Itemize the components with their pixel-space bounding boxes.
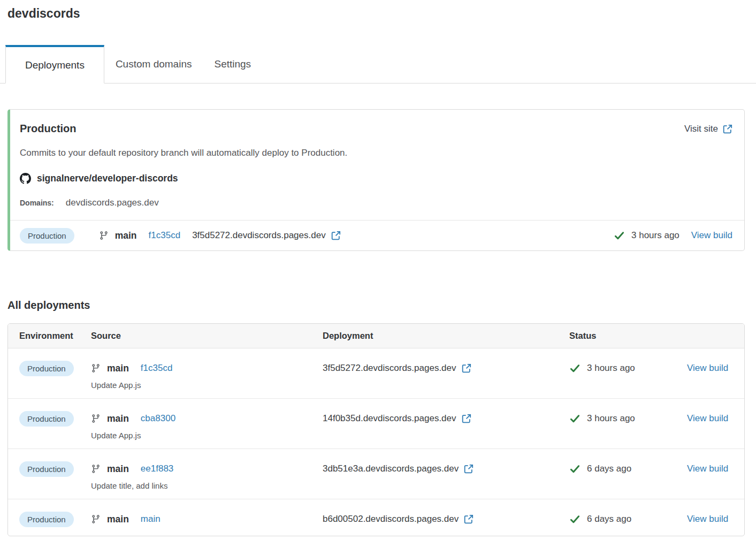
environment-badge: Production (19, 411, 74, 427)
page-title: devdiscords (7, 6, 756, 21)
branch-name: main (115, 230, 137, 241)
commit-link[interactable]: main (141, 514, 161, 524)
deployment-url-external-link[interactable] (331, 231, 341, 240)
status-time: 3 hours ago (587, 413, 635, 424)
tab-custom-domains[interactable]: Custom domains (104, 45, 203, 83)
status-time: 6 days ago (587, 463, 631, 474)
check-icon (569, 514, 581, 525)
external-link-icon (462, 363, 471, 373)
repo-link[interactable]: signalnerve/developer-discords (37, 173, 178, 184)
commit-link[interactable]: f1c35cd (141, 363, 173, 374)
domains-value: devdiscords.pages.dev (66, 197, 159, 208)
table-row: Production main cba8300 Update App.js 14… (8, 398, 744, 448)
branch-name: main (107, 363, 129, 374)
tab-deployments[interactable]: Deployments (5, 45, 104, 83)
check-icon (569, 413, 581, 424)
table-row: Production main f1c35cd Update App.js 3f… (8, 348, 744, 398)
environment-badge: Production (19, 461, 74, 477)
github-icon (20, 173, 31, 184)
environment-badge: Production (19, 361, 74, 376)
table-row: Production main main b6d00502.devdiscord… (8, 499, 744, 536)
deployments-table-body: Production main f1c35cd Update App.js 3f… (8, 348, 744, 536)
view-build-link[interactable]: View build (687, 413, 728, 424)
external-link-icon (723, 124, 732, 134)
commit-message: Update App.js (91, 431, 323, 440)
table-row: Production main ee1f883 Update title, ad… (8, 448, 744, 499)
status-time: 3 hours ago (587, 363, 635, 374)
column-header-environment: Environment (8, 331, 91, 341)
visit-site-link[interactable]: Visit site (684, 124, 732, 134)
deployment-url: b6d00502.devdiscords.pages.dev (323, 514, 459, 524)
deployment-url: 3db51e3a.devdiscords.pages.dev (323, 463, 459, 474)
view-build-link[interactable]: View build (687, 514, 728, 524)
all-deployments-title: All deployments (7, 299, 756, 311)
deployment-url-external-link[interactable] (464, 514, 474, 524)
deployment-url: 3f5d5272.devdiscords.pages.dev (323, 363, 456, 374)
deployment-url-external-link[interactable] (462, 414, 471, 423)
branch-name: main (107, 413, 129, 424)
view-build-link[interactable]: View build (687, 363, 728, 374)
deployments-table: Environment Source Deployment Status Pro… (7, 323, 745, 536)
git-branch-icon (91, 464, 101, 474)
visit-site-label: Visit site (684, 124, 718, 134)
domains-label: Domains: (20, 199, 54, 207)
git-branch-icon (91, 514, 101, 524)
deployments-table-header: Environment Source Deployment Status (8, 324, 744, 348)
deployment-url-external-link[interactable] (464, 464, 474, 474)
production-description: Commits to your default repository branc… (20, 148, 732, 158)
commit-link[interactable]: f1c35cd (149, 230, 181, 241)
status-time: 6 days ago (587, 514, 631, 524)
deployment-url: 3f5d5272.devdiscords.pages.dev (192, 230, 326, 241)
column-header-source: Source (91, 331, 323, 341)
production-latest-deployment: Production main f1c35cd 3f5d5272.devdisc… (10, 220, 744, 250)
column-header-deployment: Deployment (323, 331, 569, 341)
view-build-link[interactable]: View build (691, 230, 732, 241)
status-time: 3 hours ago (631, 230, 679, 241)
check-icon (569, 363, 581, 374)
view-build-link[interactable]: View build (687, 463, 728, 474)
environment-badge: Production (19, 512, 74, 527)
tab-settings[interactable]: Settings (203, 45, 262, 83)
production-card: Production Visit site Commits to your de… (7, 109, 745, 251)
external-link-icon (464, 464, 474, 474)
check-icon (614, 230, 625, 241)
environment-badge: Production (20, 228, 74, 244)
external-link-icon (462, 414, 471, 423)
git-branch-icon (91, 414, 101, 423)
deployment-url-external-link[interactable] (462, 363, 471, 373)
branch-name: main (107, 514, 129, 525)
external-link-icon (331, 231, 341, 240)
commit-link[interactable]: ee1f883 (141, 463, 173, 474)
git-branch-icon (91, 363, 101, 373)
deployment-url: 14f0b35d.devdiscords.pages.dev (323, 413, 456, 424)
column-header-status: Status (569, 331, 687, 341)
production-card-title: Production (20, 123, 77, 135)
branch-name: main (107, 463, 129, 475)
external-link-icon (464, 514, 474, 524)
check-icon (569, 463, 581, 475)
commit-link[interactable]: cba8300 (141, 413, 175, 424)
git-branch-icon (99, 231, 109, 240)
commit-message: Update App.js (91, 381, 323, 390)
commit-message: Update title, add links (91, 481, 323, 490)
tab-bar: Deployments Custom domains Settings (0, 45, 756, 83)
